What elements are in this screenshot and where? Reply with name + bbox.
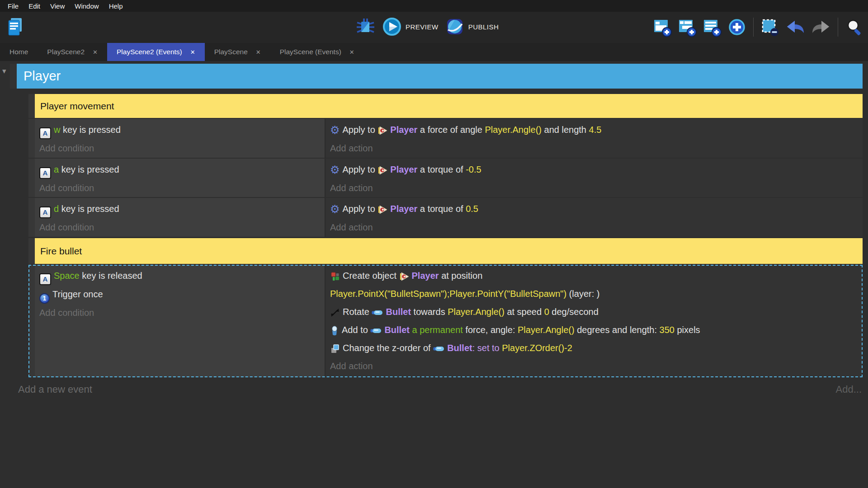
tab-close-icon[interactable]: ✕ — [349, 49, 354, 56]
action-text: deg/second — [549, 307, 599, 317]
preview-button[interactable]: PREVIEW — [382, 17, 439, 37]
group-collapse-icon[interactable]: ▾ — [2, 67, 6, 75]
tab-close-icon[interactable]: ✕ — [190, 49, 195, 56]
event-group-player[interactable]: Player — [17, 64, 863, 89]
bullet-object-icon — [372, 309, 383, 316]
tab-home[interactable]: Home — [0, 43, 38, 61]
tab-close-icon[interactable]: ✕ — [93, 49, 98, 56]
action-create-object[interactable]: Create object Player at position — [330, 267, 863, 285]
condition-text: key is pressed — [59, 204, 119, 214]
toolbar-separator — [838, 18, 838, 37]
group-drag-handle[interactable] — [10, 64, 17, 89]
action-text: Apply to — [343, 204, 378, 214]
tab-label: PlayScene2 — [47, 48, 85, 56]
main-toolbar: PREVIEW PUBLISH — [0, 12, 868, 43]
event-drag-handle[interactable] — [28, 238, 35, 264]
tab-playscene[interactable]: PlayScene ✕ — [205, 43, 270, 61]
add-condition-button[interactable]: Add condition — [39, 179, 325, 197]
menu-edit[interactable]: Edit — [24, 2, 45, 10]
action-text: and length — [542, 125, 589, 135]
key-name: Space — [54, 271, 80, 281]
condition-key-pressed[interactable]: Ad key is pressed — [39, 200, 325, 218]
search-icon[interactable] — [844, 17, 864, 37]
expression: Player.Angle() — [518, 325, 575, 335]
conditions-column: ASpace key is released 1Trigger once Add… — [35, 265, 325, 377]
condition-text: key is pressed — [59, 164, 119, 174]
action-change-zorder[interactable]: Change the z-order of Bullet: set to Pla… — [330, 339, 863, 357]
add-action-button[interactable]: Add action — [330, 179, 863, 197]
add-action-button[interactable]: Add action — [330, 218, 863, 236]
condition-text: key is pressed — [60, 125, 120, 135]
condition-key-pressed[interactable]: Aa key is pressed — [39, 160, 325, 179]
undo-icon[interactable] — [785, 17, 806, 37]
actions-column: ⚙Apply to Player a force of angle Player… — [325, 119, 863, 158]
event-drag-handle[interactable] — [28, 119, 35, 158]
bullet-object-icon — [370, 327, 382, 334]
condition-key-pressed[interactable]: Aw key is pressed — [39, 121, 325, 139]
comment-text: Player movement — [35, 101, 114, 112]
action-text: force, angle: — [465, 325, 518, 335]
expression: Player.Angle() — [448, 307, 505, 317]
add-condition-button[interactable]: Add condition — [39, 304, 325, 322]
add-condition-button[interactable]: Add condition — [39, 139, 325, 157]
menu-view[interactable]: View — [45, 2, 70, 10]
remove-event-icon[interactable] — [760, 17, 780, 37]
object-name: Bullet — [384, 325, 410, 335]
zorder-icon — [330, 344, 340, 354]
debugger-icon[interactable] — [355, 16, 376, 37]
expression: Player.PointX("BulletSpawn");Player.Poin… — [330, 289, 566, 299]
add-action-button[interactable]: Add action — [330, 357, 863, 375]
add-event-icon[interactable] — [652, 17, 672, 37]
object-name: Player — [390, 164, 417, 174]
add-action-button[interactable]: Add action — [330, 139, 863, 157]
comment-player-movement[interactable]: Player movement — [35, 94, 863, 118]
conditions-column: Aw key is pressed Add condition — [35, 119, 325, 158]
action-add-force[interactable]: Add to Bullet a permanent force, angle: … — [330, 321, 863, 339]
menu-window[interactable]: Window — [70, 2, 104, 10]
action-text: Change the z-order of — [343, 343, 433, 353]
action-rotate-bullet[interactable]: Rotate Bullet towards Player.Angle() at … — [330, 303, 863, 321]
key-name: d — [54, 204, 59, 214]
physics-gear-icon: ⚙ — [330, 124, 340, 136]
rotate-icon — [330, 308, 340, 318]
tab-playscene2-events[interactable]: PlayScene2 (Events) ✕ — [107, 43, 205, 61]
keyboard-icon: A — [39, 273, 51, 285]
condition-key-released[interactable]: ASpace key is released — [39, 267, 325, 285]
comment-fire-bullet[interactable]: Fire bullet — [35, 238, 863, 264]
choose-add-event-icon[interactable] — [727, 17, 747, 37]
event-drag-handle[interactable] — [28, 94, 35, 118]
menu-file[interactable]: File — [3, 2, 24, 10]
condition-trigger-once[interactable]: 1Trigger once — [39, 285, 325, 304]
add-comment-icon[interactable] — [702, 17, 722, 37]
action-text: a torque of — [417, 204, 466, 214]
action-apply-force[interactable]: ⚙Apply to Player a force of angle Player… — [330, 121, 863, 139]
tab-close-icon[interactable]: ✕ — [256, 49, 261, 56]
add-subevent-icon[interactable] — [677, 17, 697, 37]
add-more-button[interactable]: Add... — [836, 384, 862, 395]
event-drag-handle[interactable] — [28, 159, 35, 197]
add-condition-button[interactable]: Add condition — [39, 218, 325, 236]
redo-icon[interactable] — [811, 17, 831, 37]
group-title: Player — [17, 69, 61, 84]
object-name: Player — [390, 204, 417, 214]
publish-button[interactable]: PUBLISH — [445, 17, 499, 37]
value: 0 — [544, 307, 549, 317]
menu-bar: File Edit View Window Help — [0, 0, 868, 12]
create-object-icon — [330, 272, 340, 282]
action-create-object-position[interactable]: Player.PointX("BulletSpawn");Player.Poin… — [330, 285, 863, 303]
event-drag-handle[interactable] — [28, 198, 35, 237]
action-apply-torque[interactable]: ⚙Apply to Player a torque of -0.5 — [330, 160, 863, 179]
keyboard-icon: A — [39, 167, 51, 179]
action-text: Create object — [343, 271, 399, 281]
project-manager-icon[interactable] — [5, 16, 24, 37]
event-drag-handle[interactable] — [28, 265, 35, 377]
action-apply-torque[interactable]: ⚙Apply to Player a torque of 0.5 — [330, 200, 863, 218]
conditions-column: Ad key is pressed Add condition — [35, 198, 325, 237]
tab-label: PlayScene — [214, 48, 248, 56]
add-new-event-button[interactable]: Add a new event — [18, 384, 92, 395]
menu-help[interactable]: Help — [104, 2, 128, 10]
tab-playscene2[interactable]: PlayScene2 ✕ — [38, 43, 107, 61]
trigger-once-icon: 1 — [39, 293, 50, 304]
tab-playscene-events[interactable]: PlayScene (Events) ✕ — [270, 43, 364, 61]
event-row-w-key: Aw key is pressed Add condition ⚙Apply t… — [28, 119, 863, 158]
